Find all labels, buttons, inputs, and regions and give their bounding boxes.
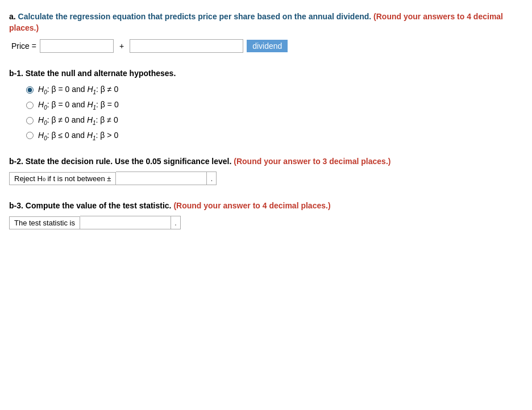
hypothesis-label-3: H0: β ≠ 0 and H1: β ≠ 0: [38, 115, 118, 126]
part-a-label: a. Calculate the regression equation tha…: [9, 11, 523, 34]
hypothesis-radio-group: H0: β = 0 and H1: β ≠ 0 H0: β = 0 and H1…: [26, 85, 523, 141]
part-b2-title: b-2. State the decision rule. Use the 0.…: [9, 157, 523, 166]
part-b3-title: b-3. Compute the value of the test stati…: [9, 201, 523, 210]
part-b2-round-note: (Round your answer to 3 decimal places.): [234, 157, 390, 166]
hypothesis-radio-1[interactable]: [26, 86, 34, 94]
decision-rule-row: Reject H₀ if t is not between ± .: [9, 171, 523, 185]
coefficient-input[interactable]: [130, 39, 243, 53]
part-b1-label: b-1.: [9, 69, 23, 78]
price-label: Price =: [11, 41, 36, 51]
part-b2: b-2. State the decision rule. Use the 0.…: [9, 157, 523, 185]
decision-dot: .: [207, 171, 217, 185]
dividend-label: dividend: [247, 40, 288, 52]
part-a: a. Calculate the regression equation tha…: [9, 11, 523, 53]
part-b1-description: State the null and alternate hypotheses.: [26, 69, 176, 78]
hypothesis-radio-3[interactable]: [26, 117, 34, 124]
test-stat-input[interactable]: [80, 216, 171, 229]
hypothesis-radio-4[interactable]: [26, 132, 34, 139]
part-b2-description: State the decision rule. Use the 0.05 si…: [26, 157, 234, 166]
hypothesis-option-4[interactable]: H0: β ≤ 0 and H1: β > 0: [26, 131, 523, 141]
part-b3: b-3. Compute the value of the test stati…: [9, 201, 523, 229]
hypothesis-radio-2[interactable]: [26, 102, 34, 109]
hypothesis-option-2[interactable]: H0: β = 0 and H1: β = 0: [26, 100, 523, 111]
test-stat-dot: .: [171, 216, 181, 229]
decision-prefix: Reject H₀ if t is not between ±: [9, 172, 116, 185]
hypothesis-label-4: H0: β ≤ 0 and H1: β > 0: [38, 131, 118, 141]
part-b3-round-note: (Round your answer to 4 decimal places.): [173, 201, 330, 210]
part-b3-description: Compute the value of the test statistic.: [26, 201, 174, 210]
part-b1-title: b-1. State the null and alternate hypoth…: [9, 69, 523, 78]
part-b3-label: b-3.: [9, 201, 23, 210]
part-b1: b-1. State the null and alternate hypoth…: [9, 69, 523, 141]
test-statistic-row: The test statistic is .: [9, 216, 523, 229]
part-a-description-blue: Calculate the regression equation that p…: [18, 12, 373, 21]
plus-sign: +: [117, 41, 126, 51]
test-stat-prefix: The test statistic is: [9, 216, 80, 229]
hypothesis-label-2: H0: β = 0 and H1: β = 0: [38, 100, 119, 111]
part-a-letter: a.: [9, 12, 16, 21]
intercept-input[interactable]: [40, 39, 114, 53]
decision-input[interactable]: [116, 171, 207, 185]
part-b2-label: b-2.: [9, 157, 23, 166]
hypothesis-option-1[interactable]: H0: β = 0 and H1: β ≠ 0: [26, 85, 523, 95]
equation-row: Price = + dividend: [11, 39, 523, 53]
hypothesis-label-1: H0: β = 0 and H1: β ≠ 0: [38, 85, 118, 95]
hypothesis-option-3[interactable]: H0: β ≠ 0 and H1: β ≠ 0: [26, 115, 523, 126]
